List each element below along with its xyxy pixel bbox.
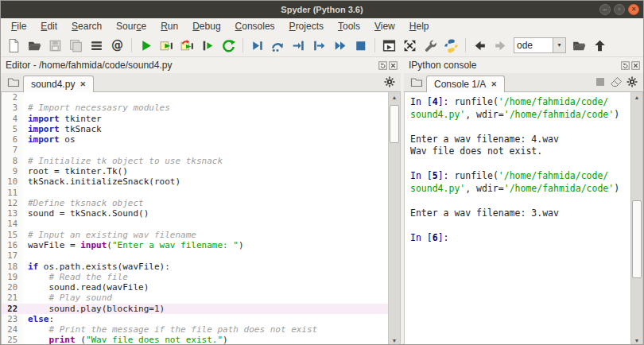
menu-run[interactable]: Run bbox=[153, 18, 185, 34]
line-number: 6 bbox=[2, 134, 23, 145]
code-text: sound.play(blocking=1) bbox=[23, 304, 165, 314]
working-directory-combo[interactable]: ode ▼ bbox=[514, 37, 566, 53]
console-scrollbar[interactable]: ▲ ▼ bbox=[630, 92, 642, 345]
back-arrow-icon bbox=[472, 38, 487, 53]
rerun-script-button[interactable] bbox=[219, 36, 239, 56]
run-cell-button[interactable] bbox=[157, 36, 177, 56]
debug-file-button[interactable] bbox=[247, 36, 267, 56]
code-text bbox=[23, 250, 28, 261]
console-tab-label: Console 1/A bbox=[434, 79, 486, 90]
open-file-button[interactable] bbox=[25, 36, 45, 56]
editor-line: 8# Initialize tk object to use tksnack bbox=[2, 156, 388, 166]
forward-button[interactable] bbox=[491, 36, 510, 56]
maximize-window-button[interactable]: ▫ bbox=[614, 4, 625, 15]
save-all-button[interactable] bbox=[66, 36, 86, 56]
undock-pane-button[interactable] bbox=[378, 61, 387, 70]
remove-variables-button[interactable] bbox=[608, 74, 624, 90]
step-into-button[interactable] bbox=[289, 36, 308, 56]
menu-file[interactable]: File bbox=[4, 18, 33, 34]
line-number: 17 bbox=[2, 250, 23, 261]
browse-tabs-button[interactable] bbox=[4, 74, 23, 90]
editor-line: 5import tkSnack bbox=[2, 124, 388, 134]
tab-close-icon[interactable]: ✕ bbox=[491, 81, 497, 88]
menu-debug[interactable]: Debug bbox=[185, 18, 227, 34]
menu-search[interactable]: Search bbox=[64, 18, 109, 34]
editor-line: 13sound = tkSnack.Sound() bbox=[2, 208, 388, 219]
menu-edit[interactable]: Edit bbox=[33, 18, 64, 34]
preferences-button[interactable] bbox=[421, 36, 440, 56]
menu-view[interactable]: View bbox=[367, 18, 402, 34]
editor-body: 23# Import necessasry modules4import tki… bbox=[1, 92, 401, 345]
parent-directory-button[interactable] bbox=[590, 36, 610, 56]
scroll-down-arrow[interactable]: ▼ bbox=[389, 335, 400, 345]
new-file-button[interactable] bbox=[4, 36, 24, 56]
symbol-finder-button[interactable]: @ bbox=[107, 36, 127, 56]
python-path-button[interactable] bbox=[441, 36, 461, 56]
menu-help[interactable]: Help bbox=[402, 18, 436, 34]
run-selection-button[interactable] bbox=[198, 36, 218, 56]
scroll-up-arrow[interactable]: ▲ bbox=[631, 92, 642, 103]
code-editor[interactable]: 23# Import necessasry modules4import tki… bbox=[2, 92, 388, 345]
continue-button[interactable] bbox=[330, 36, 350, 56]
menu-source[interactable]: Source bbox=[109, 18, 153, 34]
menu-consoles[interactable]: Consoles bbox=[228, 18, 282, 34]
browse-tabs-button[interactable] bbox=[407, 74, 426, 90]
code-text: print ("Wav file does not exist.") bbox=[23, 335, 228, 345]
rerun-cell-button[interactable] bbox=[177, 36, 197, 56]
console-line bbox=[410, 158, 630, 171]
undock-pane-button[interactable] bbox=[621, 61, 630, 70]
maximize-pane-button[interactable] bbox=[379, 36, 399, 56]
browse-directory-button[interactable] bbox=[569, 36, 589, 56]
close-window-button[interactable]: ✕ bbox=[628, 4, 639, 15]
code-text: else: bbox=[23, 314, 54, 324]
scroll-up-arrow[interactable]: ▲ bbox=[389, 92, 400, 103]
editor-tab[interactable]: sound4.py ✕ bbox=[23, 76, 94, 92]
close-pane-button[interactable] bbox=[631, 61, 640, 70]
fullscreen-button[interactable] bbox=[400, 36, 420, 56]
back-button[interactable] bbox=[470, 36, 490, 56]
wrench-icon bbox=[423, 38, 438, 53]
code-text: # Print the message if the file path doe… bbox=[23, 324, 317, 335]
line-number: 20 bbox=[2, 282, 23, 293]
editor-line: 10tkSnack.initializeSnack(root) bbox=[2, 176, 388, 187]
editor-line: 18if os.path.exists(wavFile): bbox=[2, 262, 388, 272]
rerun-icon bbox=[221, 38, 236, 53]
minimize-window-button[interactable]: – bbox=[599, 4, 611, 15]
editor-line: 20 sound.read(wavFile) bbox=[2, 282, 388, 293]
scroll-down-arrow[interactable]: ▼ bbox=[631, 335, 642, 345]
editor-line: 16wavFile = input("Enter a wav filename:… bbox=[2, 240, 388, 250]
code-text: import tkSnack bbox=[23, 124, 102, 134]
toolbar-separator bbox=[465, 38, 466, 52]
editor-scrollbar[interactable]: ▲ ▼ bbox=[388, 92, 400, 345]
editor-line: 23else: bbox=[2, 314, 388, 324]
stop-debug-button[interactable] bbox=[351, 36, 370, 56]
step-over-button[interactable] bbox=[268, 36, 288, 56]
editor-line: 22 sound.play(blocking=1) bbox=[2, 304, 388, 314]
editor-line: 14 bbox=[2, 219, 388, 229]
step-return-button[interactable] bbox=[309, 36, 329, 56]
ipython-console[interactable]: In [4]: runfile('/home/fahmida/code/soun… bbox=[405, 92, 630, 345]
line-number: 9 bbox=[2, 166, 23, 176]
editor-tabbar: sound4.py ✕ bbox=[1, 73, 401, 92]
working-directory-value[interactable]: ode bbox=[514, 37, 553, 53]
editor-scrollbar-thumb[interactable] bbox=[390, 105, 399, 143]
tab-close-icon[interactable]: ✕ bbox=[80, 81, 86, 88]
close-pane-button[interactable] bbox=[389, 61, 398, 70]
code-text: # Input an existing wav filename bbox=[23, 230, 196, 240]
console-tab[interactable]: Console 1/A ✕ bbox=[426, 76, 505, 92]
run-file-button[interactable] bbox=[136, 36, 156, 56]
menu-projects[interactable]: Projects bbox=[282, 18, 331, 34]
menu-tools[interactable]: Tools bbox=[331, 18, 367, 34]
interrupt-kernel-button[interactable] bbox=[592, 74, 608, 90]
open-folder-icon bbox=[27, 38, 42, 53]
save-button[interactable] bbox=[45, 36, 65, 56]
console-line: In [4]: runfile('/home/fahmida/code/ bbox=[410, 96, 630, 109]
interrupt-square-icon bbox=[596, 77, 605, 87]
code-text: root = tkinter.Tk() bbox=[23, 166, 128, 176]
editor-options-button[interactable] bbox=[382, 74, 398, 90]
chevron-down-icon[interactable]: ▼ bbox=[553, 37, 566, 53]
file-switcher-button[interactable] bbox=[87, 36, 107, 56]
save-all-icon bbox=[68, 38, 83, 53]
console-options-button[interactable] bbox=[624, 74, 640, 90]
console-scrollbar-thumb[interactable] bbox=[632, 200, 642, 278]
